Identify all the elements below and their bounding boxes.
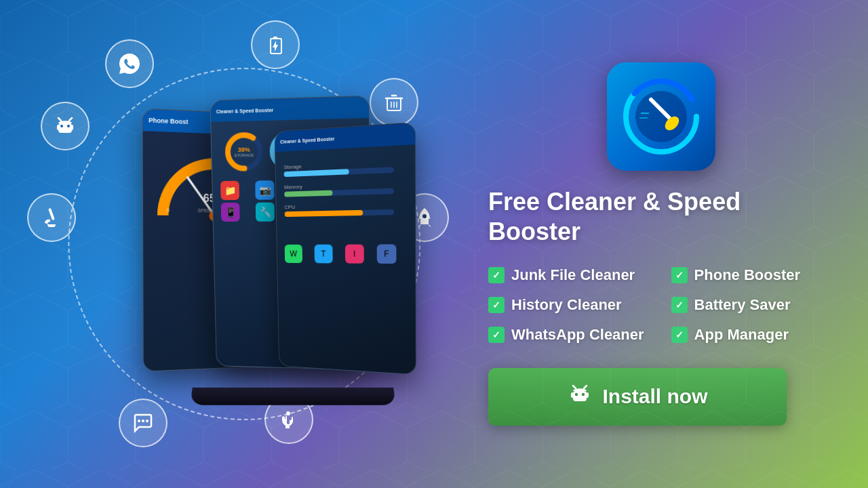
app-title: Free Cleaner & Speed Booster [488,187,834,245]
wa-icon: W [285,245,302,263]
feature-label-phone: Phone Booster [694,266,800,284]
svg-rect-37 [284,169,349,177]
app-icon-large [607,62,715,171]
android-orbit-icon [41,102,90,150]
brush-orbit-icon [27,193,76,242]
whatsapp-orbit-icon [105,39,154,88]
feature-history-cleaner: ✓ History Cleaner [488,296,644,314]
tw-icon: T [315,245,333,264]
checkbox-app: ✓ [671,327,688,343]
svg-point-13 [142,420,144,422]
svg-marker-2 [273,41,278,52]
svg-point-20 [67,125,70,127]
checkbox-phone: ✓ [671,267,688,283]
svg-line-56 [573,386,576,388]
svg-text:0: 0 [166,207,170,214]
app-icon-1: 📁 [220,181,239,200]
checkbox-junk: ✓ [488,267,505,283]
svg-point-14 [146,420,149,422]
feature-battery-saver: ✓ Battery Saver [671,296,827,314]
svg-point-12 [138,420,140,422]
feature-label-junk: Junk File Cleaner [511,266,635,284]
android-logo-icon [567,382,593,412]
svg-point-55 [582,392,585,395]
install-button[interactable]: Install now [488,368,787,426]
checkbox-whatsapp: ✓ [488,327,505,343]
svg-rect-17 [57,125,60,130]
svg-rect-1 [273,37,277,39]
svg-point-19 [60,125,63,127]
svg-rect-43 [285,210,363,217]
feature-label-battery: Battery Saver [694,296,791,314]
svg-line-22 [69,118,72,121]
svg-text:SPEED: SPEED [197,208,214,214]
svg-text:Storage: Storage [283,163,301,170]
svg-point-46 [635,91,687,142]
feature-label-history: History Cleaner [511,296,622,314]
svg-rect-16 [58,123,72,133]
right-section: Free Cleaner & Speed Booster ✓ Junk File… [475,35,868,452]
feature-whatsapp-cleaner: ✓ WhatsApp Cleaner [488,326,644,344]
feature-label-app: App Manager [694,326,789,344]
feature-app-manager: ✓ App Manager [671,326,827,344]
feature-label-whatsapp: WhatsApp Cleaner [511,326,644,344]
fb-icon: F [377,244,397,264]
svg-rect-40 [284,190,332,197]
feature-junk-file-cleaner: ✓ Junk File Cleaner [488,266,644,284]
features-grid: ✓ Junk File Cleaner ✓ Phone Booster ✓ Hi… [488,266,827,344]
svg-rect-9 [420,219,429,224]
svg-point-54 [575,392,578,395]
install-label: Install now [602,385,707,408]
ig-icon: I [345,245,364,264]
svg-line-21 [58,118,61,121]
svg-point-10 [422,214,427,218]
svg-line-57 [584,386,587,388]
svg-rect-18 [71,125,73,130]
app-icon-2: 📷 [255,180,274,200]
phone-stand [190,388,396,405]
background: Phone Boost 0 100 65 [0,0,868,488]
svg-text:Memory: Memory [284,184,302,190]
svg-rect-51 [573,391,587,401]
checkbox-battery: ✓ [671,297,688,313]
app-icon-6: 🔧 [256,203,275,222]
svg-text:CPU: CPU [284,204,295,210]
svg-rect-53 [586,392,589,398]
phone-mockup: Phone Boost 0 100 65 [123,88,395,413]
feature-phone-booster: ✓ Phone Booster [671,266,827,284]
left-section: Phone Boost 0 100 65 [0,0,475,488]
battery-orbit-icon [251,20,300,69]
phone-screen-third: Cleaner & Speed Booster Storage Memory C… [274,122,416,375]
app-icon-5: 📱 [221,203,240,222]
svg-rect-15 [48,208,55,220]
checkbox-history: ✓ [488,297,505,313]
svg-rect-52 [571,392,574,398]
